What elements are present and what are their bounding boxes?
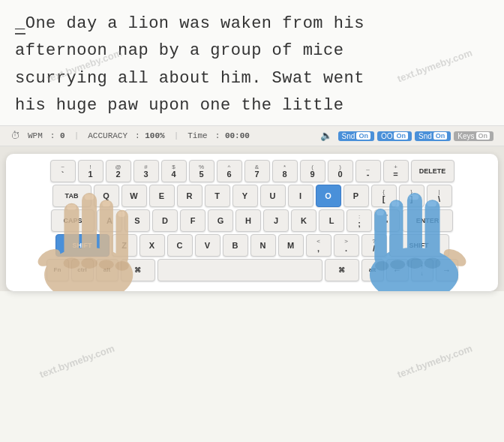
key-equals[interactable]: += — [383, 160, 409, 182]
key-tab[interactable]: TAB — [52, 185, 92, 207]
key-comma[interactable]: <, — [306, 234, 332, 257]
key-c[interactable]: C — [167, 234, 193, 257]
key-2[interactable]: @2 — [106, 160, 131, 182]
key-7[interactable]: &7 — [244, 160, 270, 182]
key-row-bottom: Fn ctrl alt ⌘ ⌘ alt ← ↑↓ → — [12, 259, 492, 281]
key-k[interactable]: K — [291, 209, 316, 232]
time-label: Time — [188, 131, 207, 140]
key-r[interactable]: R — [177, 185, 202, 207]
key-cmd-right[interactable]: ⌘ — [325, 259, 359, 281]
keys-toggle[interactable]: Keys On — [454, 131, 494, 141]
key-alt-right[interactable]: alt — [362, 259, 384, 281]
key-backslash[interactable]: |\ — [427, 185, 452, 207]
key-enter[interactable]: ENTER — [402, 209, 453, 232]
stats-icon: ⏱ — [10, 131, 20, 142]
key-space[interactable] — [158, 259, 322, 281]
key-h[interactable]: H — [236, 209, 261, 232]
key-5[interactable]: %5 — [189, 160, 214, 182]
key-arrow-updown[interactable]: ↑↓ — [411, 259, 434, 281]
stats-bar: ⏱ WPM : 0 | ACCURACY : 100% | Time : 00:… — [0, 126, 504, 146]
key-t[interactable]: T — [205, 185, 230, 207]
key-d[interactable]: D — [152, 209, 178, 232]
wpm-value: : 0 — [50, 131, 65, 140]
watermark-4: text.bymeby.com — [395, 342, 473, 380]
stats-controls: 🔈 Snd On OO On Snd On Keys On — [320, 130, 494, 142]
key-g[interactable]: G — [208, 209, 233, 232]
key-backtick[interactable]: ~` — [50, 160, 76, 182]
key-row-numbers: ~` !1 @2 #3 $4 %5 ^6 &7 *8 (9 )0 _- += D… — [12, 160, 492, 182]
key-e[interactable]: E — [149, 185, 175, 207]
accuracy-value: : 100% — [135, 131, 165, 140]
wpm-label: WPM — [28, 131, 43, 140]
text-line-2: afternoon nap by a group of mice — [15, 38, 489, 65]
sound-toggle[interactable]: Snd On — [338, 131, 374, 141]
key-i[interactable]: I — [288, 185, 314, 207]
cursor-position: _ — [15, 14, 26, 35]
volume-icon: 🔈 — [320, 130, 332, 142]
key-1[interactable]: !1 — [78, 160, 104, 182]
key-slash[interactable]: ?/ — [362, 234, 387, 257]
key-fn[interactable]: Fn — [46, 259, 69, 281]
key-shift-left[interactable]: SHIFT — [56, 234, 110, 257]
text-line-4: his huge paw upon one the little — [15, 92, 489, 119]
key-4[interactable]: $4 — [161, 160, 187, 182]
key-backspace[interactable]: DELETE — [411, 160, 454, 182]
key-shift-right[interactable]: SHIFT — [389, 234, 449, 257]
key-quote[interactable]: "' — [374, 209, 400, 232]
accuracy-label: ACCURACY — [88, 131, 128, 140]
key-s[interactable]: S — [124, 209, 150, 232]
watermark-3: text.bymeby.com — [38, 342, 116, 380]
text-line-2-content: afternoon nap by a group of mice — [15, 41, 344, 60]
key-lbracket[interactable]: {[ — [371, 185, 397, 207]
text-line-1: _One day a lion was waken from his — [15, 11, 489, 38]
text-line-3-content: scurrying all about him. Swat went — [15, 69, 364, 88]
key-f[interactable]: F — [180, 209, 206, 232]
key-row-zxcv: SHIFT Z X C V B N M <, >. ?/ SHIFT — [12, 234, 492, 257]
key-rbracket[interactable]: }] — [399, 185, 424, 207]
key-3[interactable]: #3 — [134, 160, 159, 182]
oo-toggle[interactable]: OO On — [377, 131, 412, 141]
key-x[interactable]: X — [140, 234, 165, 257]
key-a[interactable]: A — [97, 209, 122, 232]
key-u[interactable]: U — [260, 185, 286, 207]
snd2-toggle[interactable]: Snd On — [415, 131, 451, 141]
key-n[interactable]: N — [250, 234, 276, 257]
key-m[interactable]: M — [278, 234, 304, 257]
time-value: : 00:00 — [215, 131, 250, 140]
key-b[interactable]: B — [223, 234, 248, 257]
key-ctrl[interactable]: ctrl — [71, 259, 94, 281]
key-caps-lock[interactable]: CAPS — [51, 209, 94, 232]
key-arrow-right[interactable]: → — [436, 259, 458, 281]
key-l[interactable]: L — [319, 209, 344, 232]
key-z[interactable]: Z — [112, 234, 137, 257]
key-0[interactable]: )0 — [328, 160, 353, 182]
key-o[interactable]: O — [316, 185, 341, 207]
key-q[interactable]: Q — [94, 185, 119, 207]
key-period[interactable]: >. — [334, 234, 359, 257]
key-y[interactable]: Y — [232, 185, 258, 207]
key-6[interactable]: ^6 — [217, 160, 242, 182]
key-9[interactable]: (9 — [300, 160, 326, 182]
key-row-qwerty: TAB Q W E R T Y U I O P {[ }] |\ — [12, 185, 492, 207]
key-cmd-left[interactable]: ⌘ — [121, 259, 155, 281]
key-w[interactable]: W — [122, 185, 147, 207]
key-arrow-left[interactable]: ← — [386, 259, 409, 281]
keyboard: ~` !1 @2 #3 $4 %5 ^6 &7 *8 (9 )0 _- += D… — [6, 154, 498, 291]
text-line-1-content: One day a lion was waken from his — [26, 14, 364, 33]
key-j[interactable]: J — [263, 209, 289, 232]
key-v[interactable]: V — [195, 234, 220, 257]
key-p[interactable]: P — [344, 185, 369, 207]
key-8[interactable]: *8 — [272, 160, 298, 182]
key-semicolon[interactable]: :; — [346, 209, 372, 232]
key-row-asdf: CAPS A S D F G H J K L :; "' ENTER — [12, 209, 492, 232]
key-alt[interactable]: alt — [96, 259, 118, 281]
key-minus[interactable]: _- — [356, 160, 381, 182]
text-line-3: scurrying all about him. Swat went — [15, 65, 489, 92]
keyboard-container: ~` !1 @2 #3 $4 %5 ^6 &7 *8 (9 )0 _- += D… — [0, 146, 504, 291]
text-line-4-content: his huge paw upon one the little — [15, 96, 344, 115]
text-display-area: _One day a lion was waken from his after… — [0, 0, 504, 126]
